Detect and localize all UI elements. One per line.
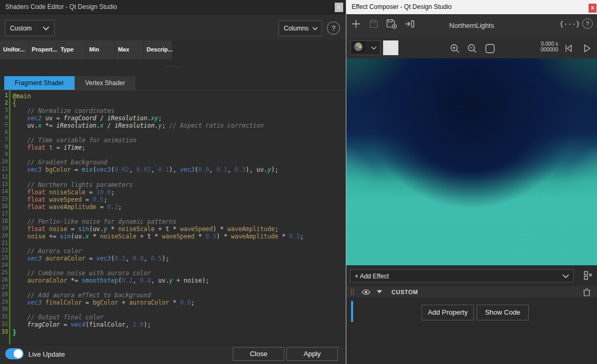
code-line: // Time variable for animation [13,137,346,144]
splitter-handle[interactable]: ······ [167,65,182,68]
add-property-button[interactable]: Add Property [421,305,474,320]
save-icon[interactable] [368,18,379,29]
line-number: 1 [0,92,9,100]
code-line [13,240,346,247]
add-effect-label: + Add Effect [355,273,389,280]
zoom-out-icon[interactable] [466,43,478,54]
add-effect-dropdown[interactable]: + Add Effect [350,269,574,283]
help-icon[interactable]: ? [582,18,593,29]
chevron-down-icon [371,46,377,50]
code-line [13,284,346,292]
assign-to-item-icon[interactable] [404,18,416,29]
right-window-title: Effect Composer - Qt Design Studio [352,3,452,11]
toggle-knob [14,349,23,358]
code-line: // Add aurora effect to background [13,292,346,299]
tab-vertex-shader[interactable]: Vertex Shader [75,76,136,90]
line-number: 33 [0,329,9,336]
right-title-bar: Effect Composer - Qt Design Studio [346,0,597,14]
code-line: float waveAmplitude = 0.2; [13,203,346,211]
code-editor[interactable]: 1234567891011121314151617181920212223242… [0,90,346,345]
right-close-button[interactable]: x [589,4,596,13]
visibility-eye-icon[interactable] [362,289,370,295]
fit-to-view-icon[interactable] [484,43,496,54]
live-update-label: Live Update [28,350,65,358]
line-number: 29 [0,299,9,306]
line-number: 26 [0,277,9,284]
delete-effect-icon[interactable] [583,288,591,296]
code-line: fragColor = vec4(finalColor, 1.0); [13,321,346,328]
column-header[interactable]: Type [57,40,86,59]
code-line: vec3 finalColor = bgColor + auroraColor … [13,299,346,306]
left-window-title: Shaders Code Editor - Qt Design Studio [5,3,117,11]
apply-button[interactable]: Apply [286,347,338,361]
code-line [13,306,346,314]
column-header[interactable]: Descrip... [143,40,172,59]
help-icon[interactable]: ? [327,22,340,35]
chevron-down-icon [562,274,569,278]
zoom-in-icon[interactable] [449,43,460,54]
line-number: 23 [0,255,9,262]
code-line: // Output final color [13,314,346,321]
column-header[interactable]: Propert... [29,40,58,59]
restart-icon[interactable] [563,43,574,54]
line-number: 5 [0,122,9,129]
code-line: // Northern lights parameters [13,181,346,189]
line-number: 4 [0,115,9,122]
code-line: // Perlin-like noise for dynamic pattern… [13,218,346,225]
show-code-button[interactable]: Show Code [477,305,529,320]
expand-caret-icon[interactable] [377,290,382,294]
close-button[interactable]: Close [233,347,284,361]
columns-dropdown[interactable]: Columns [279,20,322,36]
preview-image-dropdown[interactable] [350,40,380,55]
preview-thumbnail [352,41,365,55]
custom-effect-section-header[interactable]: CUSTOM [346,286,597,297]
code-line [13,211,346,218]
tab-fragment-shader[interactable]: Fragment Shader [4,76,75,90]
clear-effects-icon[interactable] [582,269,594,282]
uniform-table-header: Unifor...Propert...TypeMinMaxDescrip... [0,40,346,59]
code-line: float waveSpeed = 0.5; [13,196,346,203]
save-as-icon[interactable] [385,18,398,29]
code-line [13,262,346,269]
code-line: vec3 auroraColor = vec3(0.3, 0.8, 0.5); [13,255,346,262]
code-line: } [13,329,346,336]
code-line [13,151,346,159]
drag-handle-icon[interactable] [351,289,354,295]
left-close-button[interactable]: x [335,3,343,12]
play-icon[interactable] [581,43,593,54]
frame-counter: 000000 [520,47,558,53]
effect-preview[interactable] [346,58,597,265]
column-header[interactable]: Max [115,40,143,59]
live-update-toggle[interactable] [5,348,24,359]
time-seconds: 0.000 s [520,41,558,47]
line-number: 32 [0,321,9,328]
code-line: // Aurora color [13,247,346,255]
desktop: Shaders Code Editor - Qt Design Studio x… [0,0,597,364]
line-number: 9 [0,151,9,159]
code-line: @main [13,92,346,100]
playback-time: 0.000 s 000000 [520,41,558,53]
code-line: // Gradient background [13,159,346,166]
left-title-bar: Shaders Code Editor - Qt Design Studio x [0,0,346,14]
shaders-code-editor-window: Shaders Code Editor - Qt Design Studio x… [0,0,346,364]
add-effect-icon[interactable] [350,18,362,29]
column-header[interactable]: Unifor... [0,40,29,59]
line-number: 10 [0,159,9,166]
preset-dropdown[interactable]: Custom [5,20,55,36]
background-color-swatch[interactable] [383,40,398,55]
code-content[interactable]: @main{ // Normalize coordinates vec2 uv … [11,90,346,345]
code-line: float t = iTime; [13,144,346,151]
column-header[interactable]: Min [86,40,115,59]
line-number: 8 [0,144,9,151]
line-number: 2 [0,100,9,107]
line-number: 30 [0,306,9,314]
line-number: 14 [0,189,9,196]
code-line: // Combine noise with aurora color [13,269,346,277]
shader-code-icon[interactable]: {···} [563,18,577,29]
code-line: { [13,100,346,107]
composer-toolbar: NorthernLights {···} ? [346,14,597,38]
chevron-down-icon [312,27,318,30]
line-number: 15 [0,196,9,203]
code-line [13,174,346,181]
shader-tabs: Fragment Shader Vertex Shader [4,76,136,90]
